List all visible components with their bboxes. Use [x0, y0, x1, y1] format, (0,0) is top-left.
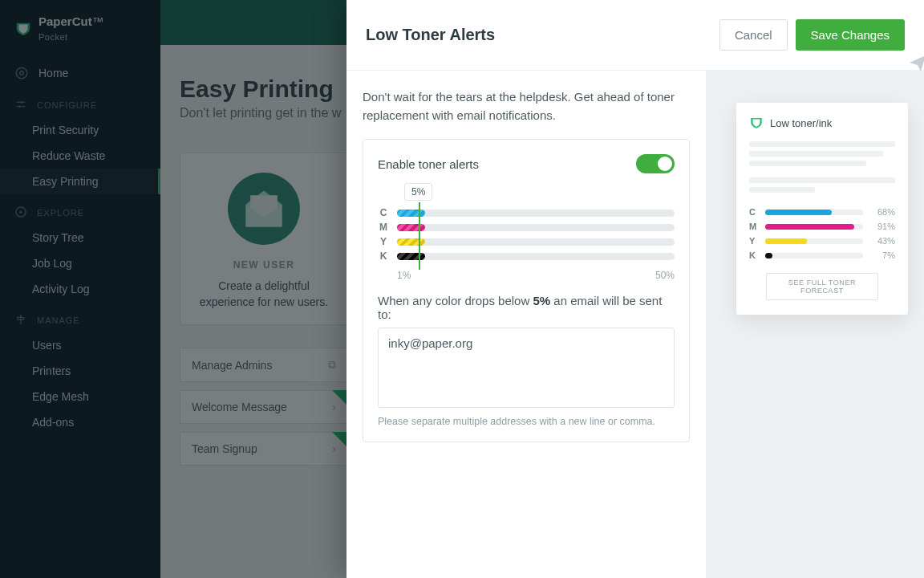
paper-plane-icon [908, 53, 924, 72]
threshold-sentence: When any color drops below 5% an email w… [378, 294, 675, 321]
toner-levels: C68% M91% Y43% K7% [749, 207, 895, 260]
enable-toggle[interactable] [636, 154, 675, 173]
low-toner-panel: Low Toner Alerts Cancel Save Changes Don… [346, 0, 924, 578]
shield-icon [749, 116, 764, 130]
save-button[interactable]: Save Changes [796, 19, 905, 51]
alert-emails-input[interactable] [378, 328, 675, 408]
slider-handle[interactable] [419, 202, 420, 270]
panel-intro: Don't wait for the tears at the helpdesk… [363, 88, 690, 124]
settings-card: Enable toner alerts 5% C M Y K 1%50% Whe… [363, 139, 690, 442]
preview-title: Low toner/ink [770, 117, 832, 129]
slider-tooltip: 5% [404, 183, 432, 201]
toggle-label: Enable toner alerts [378, 157, 479, 171]
email-preview: Low toner/ink C68% M91% Y43% K7% SEE FUL… [736, 103, 908, 315]
cancel-button[interactable]: Cancel [719, 19, 788, 51]
threshold-slider[interactable]: 5% C M Y K 1%50% [378, 183, 675, 281]
emails-helper: Please separate multiple addresses with … [378, 416, 675, 427]
panel-title: Low Toner Alerts [366, 26, 495, 44]
forecast-button[interactable]: SEE FULL TONER FORECAST [766, 273, 878, 300]
